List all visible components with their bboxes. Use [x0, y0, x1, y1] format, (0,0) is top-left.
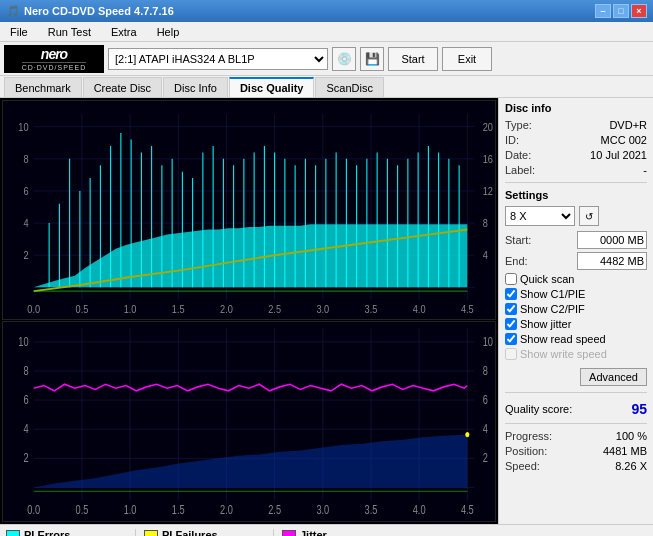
progress-row: Progress: 100 %	[505, 430, 647, 442]
disc-type-value: DVD+R	[609, 119, 647, 131]
svg-text:0.5: 0.5	[76, 303, 89, 315]
show-read-speed-label: Show read speed	[520, 333, 606, 345]
divider2	[505, 392, 647, 393]
svg-text:0.5: 0.5	[76, 503, 89, 516]
quality-score-row: Quality score: 95	[505, 401, 647, 417]
show-c1-label: Show C1/PIE	[520, 288, 585, 300]
quick-scan-checkbox[interactable]	[505, 273, 517, 285]
jitter-header: Jitter	[282, 529, 404, 536]
disc-info-title: Disc info	[505, 102, 647, 114]
speed-select[interactable]: 8 X 4 X 12 X 16 X Max	[505, 206, 575, 226]
svg-text:2: 2	[23, 452, 28, 465]
chart-area: 10 8 6 4 2 20 16 12 8 4 0.0 0.5 1.0 1.5 …	[0, 98, 498, 524]
right-panel: Disc info Type: DVD+R ID: MCC 002 Date: …	[498, 98, 653, 524]
app-title: Nero CD-DVD Speed 4.7.7.16	[24, 5, 174, 17]
menu-extra[interactable]: Extra	[105, 24, 143, 40]
menu-help[interactable]: Help	[151, 24, 186, 40]
quick-scan-label: Quick scan	[520, 273, 574, 285]
tab-scan-disc[interactable]: ScanDisc	[315, 77, 383, 97]
svg-text:3.5: 3.5	[365, 303, 378, 315]
svg-text:8: 8	[23, 153, 28, 165]
svg-text:1.0: 1.0	[124, 503, 137, 516]
show-c2-checkbox[interactable]	[505, 303, 517, 315]
settings-title: Settings	[505, 189, 647, 201]
end-input[interactable]	[577, 252, 647, 270]
start-button[interactable]: Start	[388, 47, 438, 71]
tab-disc-info[interactable]: Disc Info	[163, 77, 228, 97]
divider1	[505, 182, 647, 183]
menu-file[interactable]: File	[4, 24, 34, 40]
nero-logo-text: nero	[41, 46, 67, 62]
main-content: 10 8 6 4 2 20 16 12 8 4 0.0 0.5 1.0 1.5 …	[0, 98, 653, 524]
svg-text:10: 10	[483, 335, 493, 348]
show-c1-checkbox[interactable]	[505, 288, 517, 300]
close-button[interactable]: ×	[631, 4, 647, 18]
disc-date-label: Date:	[505, 149, 531, 161]
position-value: 4481 MB	[603, 445, 647, 457]
show-write-speed-checkbox[interactable]	[505, 348, 517, 360]
tab-benchmark[interactable]: Benchmark	[4, 77, 82, 97]
tab-disc-quality[interactable]: Disc Quality	[229, 77, 315, 97]
svg-text:4: 4	[483, 422, 488, 435]
jitter-title: Jitter	[300, 529, 327, 536]
pi-failures-title: PI Failures	[162, 529, 218, 536]
disc-icon-button[interactable]: 💿	[332, 47, 356, 71]
show-read-speed-checkbox[interactable]	[505, 333, 517, 345]
svg-text:8: 8	[23, 364, 28, 377]
svg-text:4.5: 4.5	[461, 503, 474, 516]
disc-id-value: MCC 002	[601, 134, 647, 146]
disc-label-value: -	[643, 164, 647, 176]
refresh-button[interactable]: ↺	[579, 206, 599, 226]
nero-logo-subtitle: CD·DVD/SPEED	[22, 62, 87, 71]
maximize-button[interactable]: □	[613, 4, 629, 18]
show-jitter-checkbox[interactable]	[505, 318, 517, 330]
svg-text:0.0: 0.0	[27, 503, 40, 516]
position-row: Position: 4481 MB	[505, 445, 647, 457]
svg-text:8: 8	[483, 217, 488, 229]
tab-create-disc[interactable]: Create Disc	[83, 77, 162, 97]
chart-pi-errors: 10 8 6 4 2 20 16 12 8 4 0.0 0.5 1.0 1.5 …	[2, 100, 496, 320]
disc-id-label: ID:	[505, 134, 519, 146]
svg-text:2: 2	[483, 452, 488, 465]
show-c2-row: Show C2/PIF	[505, 303, 647, 315]
quality-score-value: 95	[631, 401, 647, 417]
title-bar-controls[interactable]: – □ ×	[595, 4, 647, 18]
chart-jitter: 10 8 6 4 2 10 8 6 4 2 0.0 0.5 1.0 1.5 2.…	[2, 321, 496, 522]
title-bar-left: 🎵 Nero CD-DVD Speed 4.7.7.16	[6, 5, 174, 18]
start-input[interactable]	[577, 231, 647, 249]
quick-scan-row: Quick scan	[505, 273, 647, 285]
pi-errors-header: PI Errors	[6, 529, 127, 536]
tabs: Benchmark Create Disc Disc Info Disc Qua…	[0, 76, 653, 98]
svg-text:4.5: 4.5	[461, 303, 474, 315]
minimize-button[interactable]: –	[595, 4, 611, 18]
svg-text:3.0: 3.0	[316, 503, 329, 516]
disc-date-value: 10 Jul 2021	[590, 149, 647, 161]
svg-text:4.0: 4.0	[413, 303, 426, 315]
svg-text:1.5: 1.5	[172, 303, 185, 315]
start-label: Start:	[505, 234, 531, 246]
advanced-button[interactable]: Advanced	[580, 368, 647, 386]
menu-run-test[interactable]: Run Test	[42, 24, 97, 40]
save-button[interactable]: 💾	[360, 47, 384, 71]
svg-text:10: 10	[18, 335, 28, 348]
disc-type-row: Type: DVD+R	[505, 119, 647, 131]
pi-failures-group: PI Failures Average: 0.00 Maximum: 2 Tot…	[144, 529, 274, 536]
svg-text:2.0: 2.0	[220, 503, 233, 516]
drive-select[interactable]: [2:1] ATAPI iHAS324 A BL1P	[108, 48, 328, 70]
start-row: Start:	[505, 231, 647, 249]
end-row: End:	[505, 252, 647, 270]
jitter-group: Jitter Average: 7.64 % Maximum: 9.4 % PO…	[282, 529, 412, 536]
speed-row: 8 X 4 X 12 X 16 X Max ↺	[505, 206, 647, 226]
exit-button[interactable]: Exit	[442, 47, 492, 71]
svg-text:4: 4	[483, 249, 488, 261]
svg-text:6: 6	[23, 185, 28, 197]
svg-text:3.0: 3.0	[316, 303, 329, 315]
disc-id-row: ID: MCC 002	[505, 134, 647, 146]
svg-text:2: 2	[23, 249, 28, 261]
speed-value-value: 8.26 X	[615, 460, 647, 472]
svg-text:6: 6	[23, 393, 28, 406]
speed-value-label: Speed:	[505, 460, 540, 472]
divider3	[505, 423, 647, 424]
pi-failures-header: PI Failures	[144, 529, 265, 536]
svg-text:4: 4	[23, 422, 28, 435]
